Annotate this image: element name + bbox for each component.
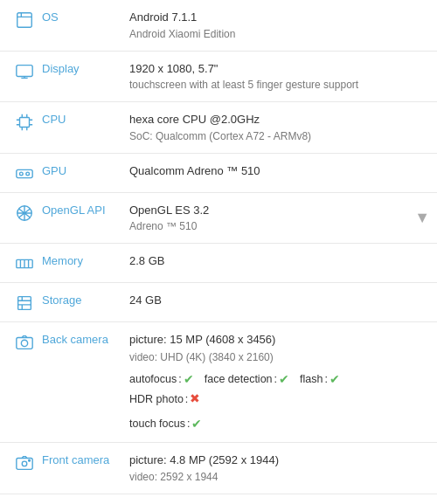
camera-features: autofocus : ✔ face detection : ✔ flash :… (129, 369, 430, 409)
cam-feat-autofocus: autofocus : ✔ (129, 369, 194, 389)
memory-main: 2.8 GB (129, 252, 430, 270)
check-icon: ✔ (191, 414, 202, 433)
check-icon: ✔ (279, 369, 289, 389)
memory-icon (7, 252, 42, 273)
storage-main: 24 GB (129, 292, 430, 309)
svg-point-13 (29, 459, 31, 461)
row-storage: Storage24 GB (0, 283, 437, 322)
row-memory: Memory2.8 GB (0, 244, 437, 283)
svg-point-10 (21, 340, 27, 346)
memory-value: 2.8 GB (129, 252, 430, 270)
gpu-value: Qualcomm Adreno ™ 510 (129, 162, 430, 180)
os-value: Android 7.1.1Android Xiaomi Edition (129, 9, 430, 42)
opengl-value: OpenGL ES 3.2Adreno ™ 510 (129, 202, 430, 235)
backcamera-label: Back camera (42, 331, 129, 346)
os-icon (7, 9, 42, 30)
opengl-dropdown-arrow[interactable]: ▼ (414, 209, 430, 227)
cpu-icon (7, 111, 42, 132)
memory-label: Memory (42, 252, 129, 267)
row-features: Features accelerometer : ✔ altimeter : ✖… (0, 494, 437, 504)
opengl-icon (7, 202, 42, 223)
frontcamera-value: picture: 4.8 MP (2592 x 1944)video: 2592… (129, 452, 430, 485)
check-icon: ✔ (329, 369, 340, 389)
cpu-main: hexa core CPU @2.0GHz (129, 111, 430, 128)
svg-point-12 (22, 461, 27, 466)
display-main: 1920 x 1080, 5.7" (129, 60, 430, 78)
svg-rect-3 (17, 169, 32, 177)
os-label: OS (42, 9, 129, 24)
row-frontcamera: Front camerapicture: 4.8 MP (2592 x 1944… (0, 443, 437, 494)
opengl-label: OpenGL API (42, 202, 129, 217)
storage-value: 24 GB (129, 292, 430, 309)
check-icon: ✔ (184, 369, 194, 389)
display-sub: touchscreen with at least 5 finger gestu… (129, 77, 430, 93)
os-sub: Android Xiaomi Edition (129, 26, 430, 42)
opengl-main: OpenGL ES 3.2 (129, 202, 430, 219)
frontcamera-main: picture: 4.8 MP (2592 x 1944) (129, 452, 430, 469)
svg-rect-2 (20, 118, 30, 128)
cam-feat2-touch-focus: touch focus : ✔ (129, 414, 202, 433)
gpu-icon (7, 162, 42, 183)
camera-details: picture: 15 MP (4608 x 3456)video: UHD (… (129, 331, 430, 433)
cam-feat-flash: flash : ✔ (300, 369, 340, 389)
storage-label: Storage (42, 292, 129, 307)
row-opengl: OpenGL APIOpenGL ES 3.2Adreno ™ 510▼ (0, 193, 437, 245)
display-label: Display (42, 60, 129, 75)
display-value: 1920 x 1080, 5.7"touchscreen with at lea… (129, 60, 430, 93)
os-main: Android 7.1.1 (129, 9, 430, 26)
svg-point-5 (26, 172, 30, 176)
touch-focus-features: touch focus : ✔ (129, 414, 430, 433)
cam-feat-face-detection: face detection : ✔ (205, 369, 289, 389)
svg-rect-8 (18, 297, 31, 310)
cpu-sub: SoC: Qualcomm (Cortex A72 - ARMv8) (129, 128, 430, 144)
camera-sub: video: UHD (4K) (3840 x 2160) (129, 349, 430, 366)
svg-rect-0 (17, 13, 32, 28)
cross-icon: ✖ (190, 389, 200, 408)
svg-rect-1 (17, 65, 32, 76)
backcamera-value: picture: 15 MP (4608 x 3456)video: UHD (… (129, 331, 430, 433)
frontcamera-label: Front camera (42, 452, 129, 466)
opengl-sub: Adreno ™ 510 (129, 218, 430, 234)
svg-point-4 (20, 172, 24, 176)
storage-icon (7, 292, 42, 313)
row-os: OSAndroid 7.1.1Android Xiaomi Edition (0, 0, 437, 52)
cpu-label: CPU (42, 111, 129, 126)
cpu-value: hexa core CPU @2.0GHzSoC: Qualcomm (Cort… (129, 111, 430, 144)
row-gpu: GPUQualcomm Adreno ™ 510 (0, 154, 437, 193)
cam-feat-HDR-photo: HDR photo : ✖ (129, 389, 200, 408)
frontcamera-sub: video: 2592 x 1944 (129, 469, 430, 485)
row-display: Display1920 x 1080, 5.7"touchscreen with… (0, 52, 437, 103)
gpu-label: GPU (42, 162, 129, 177)
svg-rect-9 (17, 338, 32, 349)
display-icon (7, 60, 42, 81)
gpu-main: Qualcomm Adreno ™ 510 (129, 162, 430, 180)
backcamera-icon (7, 331, 42, 352)
camera-main: picture: 15 MP (4608 x 3456) (129, 331, 430, 349)
frontcamera-icon (7, 452, 42, 473)
row-cpu: CPUhexa core CPU @2.0GHzSoC: Qualcomm (C… (0, 102, 437, 154)
row-backcamera: Back camerapicture: 15 MP (4608 x 3456)v… (0, 322, 437, 443)
